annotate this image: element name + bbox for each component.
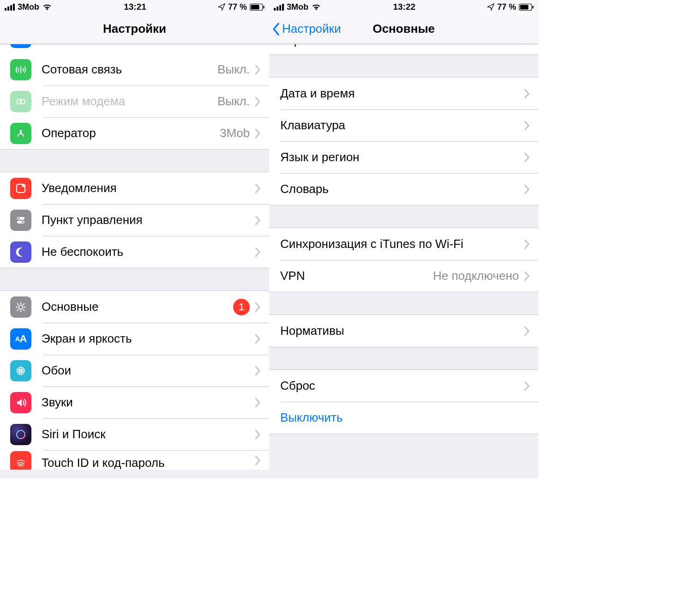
svg-point-9 [18, 217, 20, 219]
chevron-right-icon [524, 271, 530, 282]
cellular-icon [10, 59, 31, 80]
group-locale: Дата и время Клавиатура Язык и регион Сл… [269, 77, 538, 205]
row-label: Не беспокоить [42, 245, 254, 259]
row-shutdown[interactable]: Выключить [269, 402, 538, 434]
battery-icon [519, 4, 534, 11]
row-itunes-wifi[interactable]: Синхронизация с iTunes по Wi-Fi [269, 228, 538, 260]
row-cellular[interactable]: Сотовая связь Выкл. [0, 54, 269, 85]
carrier-icon [10, 123, 31, 144]
battery-label: 77 % [228, 2, 247, 12]
svg-rect-29 [532, 6, 534, 8]
location-icon [487, 3, 494, 11]
chevron-right-icon [254, 96, 261, 107]
section-gap [269, 205, 538, 228]
touch-id-icon [10, 451, 31, 470]
section-gap [0, 268, 269, 290]
row-language[interactable]: Язык и регион [269, 141, 538, 173]
chevron-right-icon [524, 239, 530, 250]
svg-rect-28 [520, 5, 528, 9]
row-label: Ограничения [280, 44, 495, 48]
row-restrictions[interactable]: Ограничения Вкл. [269, 44, 538, 54]
chevron-right-icon [254, 128, 261, 139]
clock: 13:22 [393, 2, 416, 12]
display-icon: AA [10, 328, 31, 350]
row-dictionary[interactable]: Словарь [269, 173, 538, 205]
row-carrier[interactable]: Оператор 3Mob [0, 117, 269, 149]
svg-rect-2 [263, 6, 265, 8]
row-general[interactable]: Основные 1 [0, 291, 269, 323]
row-dnd[interactable]: Не беспокоить [0, 236, 269, 268]
back-button[interactable]: Настройки [272, 14, 341, 44]
svg-line-18 [23, 309, 24, 311]
control-center-icon [10, 210, 31, 231]
group-regulatory: Нормативы [269, 314, 538, 347]
row-label: Выключить [280, 411, 538, 425]
row-label: Сотовая связь [42, 62, 217, 77]
row-siri[interactable]: Siri и Поиск [0, 418, 269, 450]
row-label: Пункт управления [42, 213, 254, 227]
group-reset: Сброс Выключить [269, 369, 538, 434]
battery-icon [250, 4, 265, 11]
row-label: Звуки [42, 395, 254, 410]
general-icon [10, 296, 31, 318]
row-reset[interactable]: Сброс [269, 370, 538, 402]
carrier-label: 3Mob [287, 2, 308, 12]
siri-icon [10, 424, 31, 445]
chevron-left-icon [272, 22, 280, 36]
row-value: Вкл. [495, 44, 519, 48]
chevron-right-icon [254, 455, 261, 466]
row-regulatory[interactable]: Нормативы [269, 315, 538, 347]
chevron-right-icon [254, 365, 261, 376]
notification-badge: 1 [233, 299, 250, 315]
row-sounds[interactable]: Звуки [0, 387, 269, 418]
do-not-disturb-icon [10, 242, 31, 263]
row-label: Сброс [280, 379, 524, 393]
group-sync: Синхронизация с iTunes по Wi-Fi VPN Не п… [269, 228, 538, 292]
navbar: Настройки [0, 14, 269, 44]
svg-point-22 [20, 370, 22, 372]
svg-rect-1 [251, 5, 259, 9]
row-label: Уведомления [42, 181, 254, 195]
app-icon [10, 44, 31, 48]
row-date-time[interactable]: Дата и время [269, 78, 538, 109]
sounds-icon [10, 392, 31, 413]
location-icon [218, 3, 225, 11]
row-wallpaper[interactable]: Обои [0, 355, 269, 387]
chevron-right-icon [254, 183, 261, 194]
chevron-right-icon [524, 44, 530, 46]
wallpaper-icon [10, 360, 31, 381]
general-settings-pane: 3Mob 13:22 77 % Настройки Основные Огра [269, 0, 538, 478]
navbar: Настройки Основные [269, 14, 538, 44]
row-label: Touch ID и код-пароль [42, 457, 254, 469]
chevron-right-icon [254, 215, 261, 226]
chevron-right-icon [524, 88, 530, 99]
chevron-right-icon [254, 302, 261, 313]
row-hotspot[interactable]: Режим модема Выкл. [0, 85, 269, 117]
wifi-icon [42, 3, 52, 11]
svg-point-7 [22, 184, 25, 187]
chevron-right-icon [254, 64, 261, 75]
row-label: Нормативы [280, 324, 524, 338]
row-label: Клавиатура [280, 118, 524, 133]
chevron-right-icon [524, 184, 530, 195]
hotspot-icon [10, 91, 31, 112]
row-notifications[interactable]: Уведомления [0, 172, 269, 204]
row-keyboard[interactable]: Клавиатура [269, 109, 538, 141]
row-touch-id[interactable]: Touch ID и код-пароль [0, 450, 269, 470]
row-value: Не подключено [433, 269, 519, 283]
page-title: Настройки [103, 22, 166, 36]
svg-line-19 [23, 303, 24, 305]
chevron-right-icon [524, 380, 530, 392]
page-title: Основные [373, 22, 435, 36]
row-control-center[interactable]: Пункт управления [0, 204, 269, 236]
row-display[interactable]: AA Экран и яркость [0, 323, 269, 355]
notifications-icon [10, 178, 31, 199]
row-label: Siri и Поиск [42, 427, 254, 441]
chevron-right-icon [254, 247, 261, 258]
row-label: Синхронизация с iTunes по Wi-Fi [280, 237, 524, 251]
signal-icon [5, 4, 15, 11]
row-vpn[interactable]: VPN Не подключено [269, 260, 538, 292]
section-gap [269, 434, 538, 456]
status-bar: 3Mob 13:22 77 % [269, 0, 538, 14]
clock: 13:21 [124, 2, 146, 12]
